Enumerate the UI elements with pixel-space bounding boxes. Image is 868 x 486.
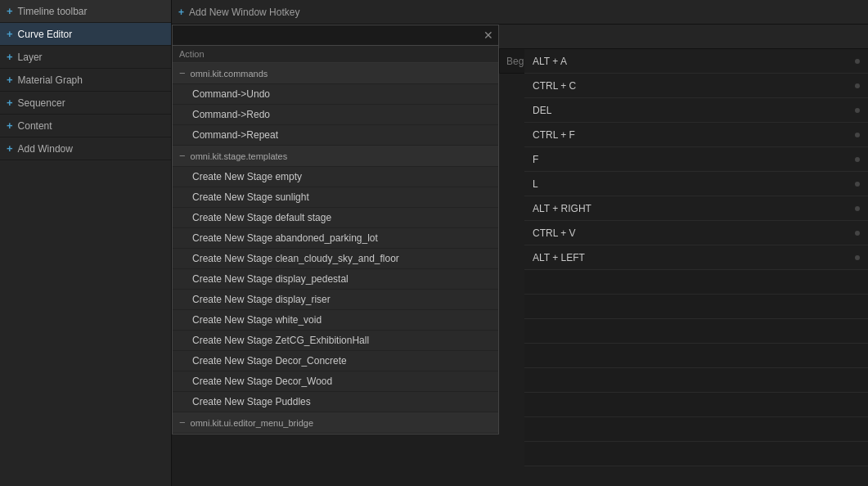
key-dot-icon [855, 59, 860, 64]
group-collapse-omni-kit-commands-icon: − [179, 67, 186, 79]
hotkey-row-0-plus-icon: + [178, 7, 184, 18]
group-row-omni-kit-ui-editor-menu-bridge[interactable]: − omni.kit.ui.editor_menu_bridge [173, 412, 498, 434]
material-graph-label: Material Graph [18, 74, 83, 86]
keybind-entry: CTRL + C [524, 74, 868, 98]
group-label-omni-kit-commands: omni.kit.commands [191, 69, 268, 79]
keybind-entry: L [524, 172, 868, 196]
sequencer-label: Sequencer [18, 97, 65, 109]
dropdown-search-row: ✕ [173, 25, 498, 46]
keybind-entry-empty [524, 295, 868, 319]
list-item[interactable]: Create New Stage abandoned_parking_lot [173, 228, 498, 249]
group-label-omni-kit-ui-editor-menu-bridge: omni.kit.ui.editor_menu_bridge [191, 418, 313, 428]
key-combo-label: DEL [533, 105, 551, 116]
key-combo-label: L [533, 178, 538, 190]
key-dot-icon [855, 255, 860, 260]
list-item-label: Create New Stage Decor_Wood [192, 376, 332, 387]
list-item[interactable]: Create New Stage display_riser [173, 290, 498, 310]
timeline-toolbar-label: Timeline toolbar [18, 6, 88, 17]
action-dropdown-menu: ✕ Action − omni.kit.commandsCommand->Und… [172, 25, 499, 434]
timeline-toolbar-plus-icon: + [7, 5, 13, 17]
sidebar-item-sequencer[interactable]: + Sequencer [0, 92, 171, 115]
key-dot-icon [855, 206, 860, 211]
list-item[interactable]: Create New Stage Puddles [173, 392, 498, 412]
keybind-entry: F [524, 147, 868, 172]
key-combo-label: CTRL + F [533, 129, 575, 141]
sidebar-item-content[interactable]: + Content [0, 115, 171, 137]
keybind-entry-empty [524, 344, 868, 368]
list-item-label: Command->Undo [192, 88, 270, 100]
key-combo-label: ALT + RIGHT [533, 203, 591, 214]
sidebar-item-curve-editor[interactable]: + Curve Editor [0, 23, 171, 46]
list-item-label: Create New Stage Decor_Concrete [192, 355, 347, 367]
curve-editor-plus-icon: + [7, 28, 13, 40]
key-dot-icon [855, 231, 860, 236]
list-item[interactable]: Create New Stage ZetCG_ExhibitionHall [173, 331, 498, 351]
list-item-label: Create New Stage ZetCG_ExhibitionHall [192, 335, 369, 346]
key-dot-icon [855, 108, 860, 113]
key-combo-label: ALT + LEFT [533, 252, 585, 263]
keybind-entry-empty [524, 270, 868, 295]
key-dot-icon [855, 83, 860, 88]
keybind-entry: CTRL + F [524, 123, 868, 147]
list-item[interactable]: Command->Undo [173, 84, 498, 105]
add-window-plus-icon: + [7, 142, 13, 155]
keybind-entry-empty [524, 417, 868, 442]
group-collapse-omni-kit-stage-templates-icon: − [179, 150, 186, 162]
list-item[interactable]: Create New Stage default stage [173, 208, 498, 228]
sidebar-item-material-graph[interactable]: + Material Graph [0, 69, 171, 92]
list-item-label: Create New Stage Puddles [192, 396, 311, 407]
curve-editor-label: Curve Editor [18, 29, 73, 40]
material-graph-plus-icon: + [7, 74, 13, 86]
keybind-entry: ALT + RIGHT [524, 196, 868, 221]
keybind-entry-empty [524, 442, 868, 466]
dropdown-search-input[interactable] [178, 29, 480, 41]
keybind-entry-empty [524, 393, 868, 417]
content-label: Content [18, 120, 52, 132]
keybind-entry-empty [524, 368, 868, 393]
list-item[interactable]: Create New Stage empty [173, 167, 498, 187]
list-item[interactable]: Command->Redo [173, 105, 498, 125]
group-row-omni-kit-commands[interactable]: − omni.kit.commands [173, 63, 498, 84]
keybind-entry: ALT + A [524, 49, 868, 74]
hotkey-row-0: + Add New Window Hotkey [172, 0, 868, 25]
list-item-label: Create New Stage abandoned_parking_lot [192, 232, 378, 244]
list-item[interactable]: Create New Stage white_void [173, 310, 498, 331]
list-item[interactable]: Command->Repeat [173, 125, 498, 146]
list-item-label: Create New Stage default stage [192, 212, 331, 223]
list-item-label: Create New Stage sunlight [192, 191, 309, 203]
dropdown-clear-icon[interactable]: ✕ [483, 29, 493, 42]
layer-plus-icon: + [7, 51, 13, 63]
list-item-label: Create New Stage display_pedestal [192, 273, 349, 285]
keybind-entry: ALT + LEFT [524, 245, 868, 270]
keybind-entry: CTRL + V [524, 221, 868, 245]
list-item[interactable]: Create New Stage Decor_Wood [173, 371, 498, 392]
key-dot-icon [855, 182, 860, 187]
list-item[interactable]: Create New Stage sunlight [173, 187, 498, 208]
key-combo-label: F [533, 154, 538, 165]
sidebar-item-timeline-toolbar[interactable]: + Timeline toolbar [0, 0, 171, 23]
keybind-entry: DEL [524, 98, 868, 123]
list-item-label: Create New Stage clean_cloudy_sky_and_fl… [192, 253, 399, 264]
list-item-label: Create New Stage white_void [192, 314, 322, 326]
list-item[interactable]: Create New Stage Decor_Concrete [173, 351, 498, 371]
list-item[interactable]: Create New Stage clean_cloudy_sky_and_fl… [173, 249, 498, 269]
group-row-omni-kit-stage-templates[interactable]: − omni.kit.stage.templates [173, 146, 498, 167]
list-item-label: Create New Stage empty [192, 171, 302, 182]
group-collapse-omni-kit-ui-editor-menu-bridge-icon: − [179, 416, 186, 429]
sidebar: + Timeline toolbar+ Curve Editor+ Layer+… [0, 0, 172, 486]
layer-label: Layer [18, 52, 43, 63]
sidebar-item-add-window[interactable]: + Add Window [0, 137, 171, 160]
list-item-label: Create New Stage display_riser [192, 294, 331, 305]
main-area: + Add New Window Hotkey+ Add New Window … [172, 0, 868, 486]
key-combo-label: ALT + A [533, 56, 567, 67]
list-item-label: Command->Redo [192, 109, 270, 120]
content-plus-icon: + [7, 119, 13, 132]
dropdown-header: Action [173, 46, 498, 63]
key-dot-icon [855, 157, 860, 162]
group-label-omni-kit-stage-templates: omni.kit.stage.templates [191, 151, 288, 161]
key-dot-icon [855, 133, 860, 137]
sidebar-item-layer[interactable]: + Layer [0, 46, 171, 69]
list-item[interactable]: Create New Stage display_pedestal [173, 269, 498, 290]
list-item-label: Command->Repeat [192, 129, 278, 141]
key-combo-label: CTRL + V [533, 227, 576, 239]
